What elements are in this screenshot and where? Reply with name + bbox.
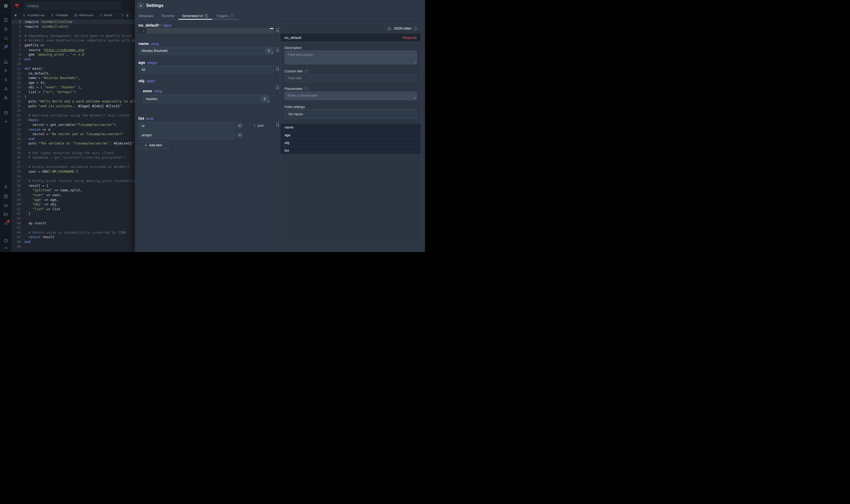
custom-title-input[interactable]: [285, 74, 417, 82]
obj-nested-fields: even string hashes $: [139, 84, 274, 109]
placeholder-label: Placeholder i: [285, 87, 308, 91]
settings-tabbar: Metadata Runtime Generated UIi Triggersi: [135, 12, 425, 20]
field-row-name[interactable]: name: [280, 124, 421, 131]
variables-icon[interactable]: [3, 77, 8, 82]
editor-minimap: [270, 28, 273, 29]
field-inspector-panel: JSON editor i no_default Required Descri…: [280, 24, 421, 248]
json-editor-label: JSON editor: [394, 26, 412, 30]
add-item-button[interactable]: + Add item: [139, 142, 168, 149]
field-row-age[interactable]: age: [280, 131, 421, 139]
field-name: even: [143, 89, 152, 93]
field-settings-select[interactable]: No inputs: [285, 110, 417, 119]
info-icon[interactable]: i: [414, 27, 417, 30]
info-icon[interactable]: i: [204, 14, 208, 18]
json-editor-toggle[interactable]: [385, 27, 392, 30]
field-row-list[interactable]: list: [280, 147, 421, 154]
resize-grip-icon[interactable]: [267, 100, 269, 103]
toolbar-variable-button[interactable]: +Variable: [51, 14, 68, 17]
code-lines[interactable]: 1require 'windmill/inline'2require 'wind…: [12, 19, 135, 252]
plus-minus-button[interactable]: ±: [127, 13, 129, 17]
dollar-icon: [22, 14, 26, 17]
settings-header: × Settings: [135, 0, 425, 12]
field-list: name age obj list: [280, 123, 421, 154]
folders-icon[interactable]: [3, 212, 8, 217]
tab-generated-ui[interactable]: Generated UIi: [182, 12, 208, 20]
drag-handle-icon[interactable]: [276, 48, 279, 52]
remove-item-icon[interactable]: ×: [237, 122, 243, 129]
field-name: no_default: [139, 23, 159, 28]
logs-notification-badge: [7, 220, 10, 223]
even-input[interactable]: hashes $: [143, 94, 270, 103]
active-tab-underline: [178, 19, 212, 20]
field-label-list: list array: [139, 116, 153, 121]
toolbar-contextvar-button[interactable]: +Context var: [22, 14, 45, 17]
diff-toggle[interactable]: [119, 14, 124, 17]
field-type: object: [163, 24, 171, 28]
settings-icon[interactable]: [3, 194, 8, 199]
resize-grip-icon[interactable]: [414, 96, 416, 99]
help-icon[interactable]: [3, 238, 8, 243]
add-icon[interactable]: [3, 119, 8, 124]
sidebar-divider: [0, 12, 12, 12]
field-label-no-default: no_default* object: [139, 23, 171, 28]
info-icon[interactable]: i: [230, 14, 234, 18]
field-type: object: [146, 79, 155, 83]
field-label-name: name string: [139, 41, 159, 46]
dollar-icon: [51, 14, 54, 17]
list-item-input[interactable]: or: [139, 122, 235, 130]
required-badge: Required: [402, 36, 416, 40]
toolbar-reset-button[interactable]: Reset: [100, 14, 112, 17]
field-settings-label: Field settings: [285, 105, 305, 109]
runs-icon[interactable]: [3, 68, 8, 73]
field-label-obj: obj object: [139, 78, 155, 83]
field-label-even: even string: [143, 89, 162, 93]
selected-field-name: no_default: [285, 36, 301, 40]
tab-runtime[interactable]: Runtime: [162, 12, 174, 20]
json-toggle-label: json: [258, 124, 264, 127]
field-name: age: [139, 60, 145, 65]
resources-icon[interactable]: [3, 87, 8, 91]
remove-item-icon[interactable]: ×: [237, 132, 243, 138]
resize-grip-icon[interactable]: [271, 52, 273, 54]
drag-handle-icon[interactable]: [276, 122, 279, 127]
plus-icon: +: [145, 143, 147, 147]
favorites-icon[interactable]: [3, 26, 8, 31]
info-icon[interactable]: i: [305, 70, 308, 73]
calendar-icon[interactable]: [3, 110, 8, 115]
close-icon[interactable]: ×: [137, 2, 145, 9]
drag-handle-icon[interactable]: [276, 28, 279, 33]
field-type: string: [154, 89, 162, 93]
windmill-logo-icon: [3, 3, 9, 9]
placeholder-textarea[interactable]: [285, 92, 417, 100]
schedules-icon[interactable]: [3, 95, 8, 100]
bot-icon[interactable]: [3, 203, 8, 208]
drag-handle-icon[interactable]: [276, 67, 279, 71]
tab-metadata[interactable]: Metadata: [139, 12, 153, 20]
selected-field-row[interactable]: no_default Required: [280, 34, 421, 42]
collapse-icon[interactable]: [3, 246, 8, 250]
secondary-tab-underline: [213, 19, 238, 20]
workspace-icon[interactable]: [3, 18, 8, 22]
toolbar-resource-button[interactable]: +Resource: [74, 14, 94, 17]
list-item-input[interactable]: arrays!: [139, 131, 235, 139]
field-type: string: [151, 42, 159, 46]
name-input[interactable]: Nicolas Bourbaki $: [139, 47, 274, 55]
status-dot: [15, 14, 17, 16]
age-input[interactable]: 42: [139, 66, 274, 74]
required-asterisk: *: [159, 23, 161, 28]
resize-grip-icon[interactable]: [414, 61, 416, 63]
description-textarea[interactable]: [285, 51, 417, 65]
ai-wand-icon[interactable]: [3, 44, 8, 49]
field-row-obj[interactable]: obj: [280, 139, 421, 147]
home-icon[interactable]: [3, 59, 8, 64]
settings-modal: × Settings Metadata Runtime Generated UI…: [135, 0, 425, 252]
no-default-json-input[interactable]: 1: [139, 28, 274, 34]
info-icon[interactable]: i: [305, 87, 308, 90]
json-toggle[interactable]: [250, 124, 256, 127]
user-icon[interactable]: [3, 184, 8, 189]
tab-triggers[interactable]: Triggersi: [216, 12, 234, 20]
drag-handle-icon[interactable]: [276, 85, 279, 89]
script-name-input[interactable]: [24, 2, 121, 10]
settings-title: Settings: [146, 3, 163, 8]
search-icon[interactable]: [3, 36, 8, 41]
